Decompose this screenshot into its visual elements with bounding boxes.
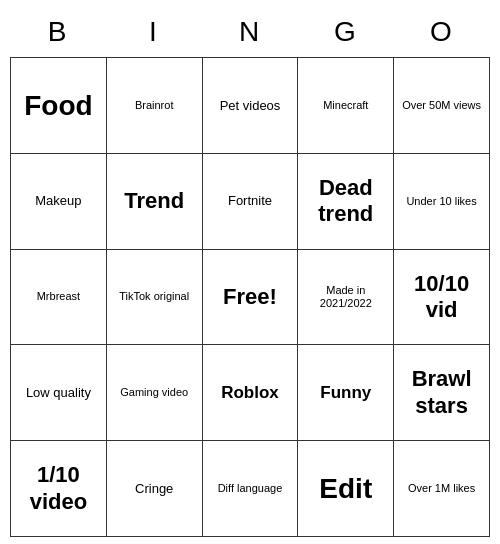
bingo-cell-13[interactable]: Made in 2021/2022 [298, 250, 394, 346]
bingo-cell-8[interactable]: Dead trend [298, 154, 394, 250]
bingo-cell-1[interactable]: Brainrot [107, 58, 203, 154]
bingo-cell-14[interactable]: 10/10 vid [394, 250, 490, 346]
bingo-cell-10[interactable]: Mrbreast [11, 250, 107, 346]
header-i: I [106, 7, 202, 57]
bingo-cell-4[interactable]: Over 50M views [394, 58, 490, 154]
bingo-cell-18[interactable]: Funny [298, 345, 394, 441]
bingo-cell-24[interactable]: Over 1M likes [394, 441, 490, 537]
bingo-cell-2[interactable]: Pet videos [203, 58, 299, 154]
header-b: B [10, 7, 106, 57]
header-o: O [394, 7, 490, 57]
bingo-header: B I N G O [10, 7, 490, 57]
bingo-cell-15[interactable]: Low quality [11, 345, 107, 441]
bingo-cell-3[interactable]: Minecraft [298, 58, 394, 154]
bingo-cell-19[interactable]: Brawl stars [394, 345, 490, 441]
bingo-cell-7[interactable]: Fortnite [203, 154, 299, 250]
bingo-cell-5[interactable]: Makeup [11, 154, 107, 250]
bingo-cell-0[interactable]: Food [11, 58, 107, 154]
bingo-cell-20[interactable]: 1/10 video [11, 441, 107, 537]
bingo-cell-9[interactable]: Under 10 likes [394, 154, 490, 250]
bingo-cell-17[interactable]: Roblox [203, 345, 299, 441]
bingo-cell-16[interactable]: Gaming video [107, 345, 203, 441]
bingo-cell-11[interactable]: TikTok original [107, 250, 203, 346]
bingo-cell-21[interactable]: Cringe [107, 441, 203, 537]
header-g: G [298, 7, 394, 57]
header-n: N [202, 7, 298, 57]
bingo-cell-6[interactable]: Trend [107, 154, 203, 250]
bingo-cell-23[interactable]: Edit [298, 441, 394, 537]
bingo-card: B I N G O FoodBrainrotPet videosMinecraf… [10, 7, 490, 537]
bingo-cell-12[interactable]: Free! [203, 250, 299, 346]
bingo-grid: FoodBrainrotPet videosMinecraftOver 50M … [10, 57, 490, 537]
bingo-cell-22[interactable]: Diff language [203, 441, 299, 537]
